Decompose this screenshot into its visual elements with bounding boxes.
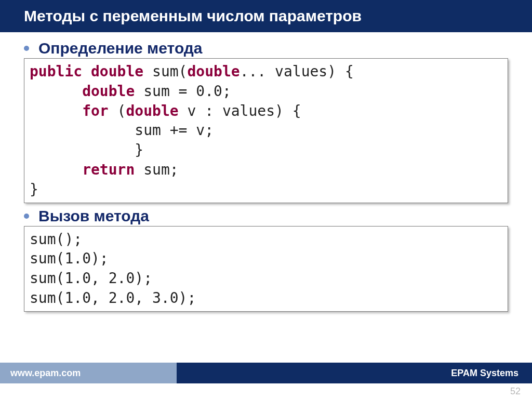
bullet-item: Определение метода [24,39,508,57]
bullet-label: Определение метода [38,39,203,57]
code-block-definition: public double sum(double... values) { do… [24,58,508,203]
footer-company: EPAM Systems [177,363,532,383]
slide-title: Методы с переменным числом параметров [24,7,532,25]
footer-bar: www.epam.com EPAM Systems [0,363,532,383]
code-block-call: sum(); sum(1.0); sum(1.0, 2.0); sum(1.0,… [24,226,508,312]
title-bar: Методы с переменным числом параметров [0,0,532,32]
bullet-dot-icon [24,46,29,51]
footer-url: www.epam.com [0,363,177,383]
bullet-label: Вызов метода [38,207,149,225]
page-number: 52 [510,386,521,397]
bullet-dot-icon [24,214,29,219]
content-area: Определение метода public double sum(dou… [0,32,532,312]
bullet-item: Вызов метода [24,207,508,225]
slide: Методы с переменным числом параметров Оп… [0,0,532,399]
